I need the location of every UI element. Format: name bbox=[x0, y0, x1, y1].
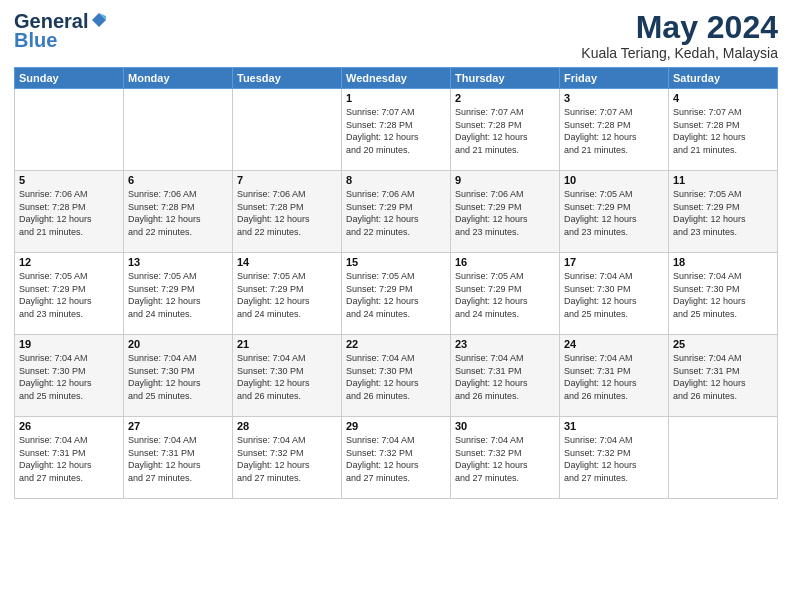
calendar-cell: 25Sunrise: 7:04 AM Sunset: 7:31 PM Dayli… bbox=[669, 335, 778, 417]
calendar-week-0: 1Sunrise: 7:07 AM Sunset: 7:28 PM Daylig… bbox=[15, 89, 778, 171]
day-number: 22 bbox=[346, 338, 446, 350]
day-number: 24 bbox=[564, 338, 664, 350]
day-number: 14 bbox=[237, 256, 337, 268]
day-number: 5 bbox=[19, 174, 119, 186]
day-info: Sunrise: 7:04 AM Sunset: 7:32 PM Dayligh… bbox=[564, 434, 664, 484]
calendar-table: SundayMondayTuesdayWednesdayThursdayFrid… bbox=[14, 67, 778, 499]
weekday-header-thursday: Thursday bbox=[451, 68, 560, 89]
day-info: Sunrise: 7:04 AM Sunset: 7:30 PM Dayligh… bbox=[673, 270, 773, 320]
day-info: Sunrise: 7:04 AM Sunset: 7:31 PM Dayligh… bbox=[564, 352, 664, 402]
header: General Blue May 2024 Kuala Teriang, Ked… bbox=[14, 10, 778, 61]
day-info: Sunrise: 7:04 AM Sunset: 7:31 PM Dayligh… bbox=[673, 352, 773, 402]
calendar-week-2: 12Sunrise: 7:05 AM Sunset: 7:29 PM Dayli… bbox=[15, 253, 778, 335]
day-number: 11 bbox=[673, 174, 773, 186]
day-number: 10 bbox=[564, 174, 664, 186]
day-info: Sunrise: 7:04 AM Sunset: 7:30 PM Dayligh… bbox=[128, 352, 228, 402]
calendar-cell: 13Sunrise: 7:05 AM Sunset: 7:29 PM Dayli… bbox=[124, 253, 233, 335]
day-number: 23 bbox=[455, 338, 555, 350]
weekday-header-friday: Friday bbox=[560, 68, 669, 89]
day-number: 25 bbox=[673, 338, 773, 350]
day-info: Sunrise: 7:04 AM Sunset: 7:32 PM Dayligh… bbox=[346, 434, 446, 484]
day-number: 12 bbox=[19, 256, 119, 268]
calendar-cell: 22Sunrise: 7:04 AM Sunset: 7:30 PM Dayli… bbox=[342, 335, 451, 417]
day-info: Sunrise: 7:04 AM Sunset: 7:32 PM Dayligh… bbox=[455, 434, 555, 484]
day-number: 3 bbox=[564, 92, 664, 104]
day-number: 21 bbox=[237, 338, 337, 350]
day-number: 27 bbox=[128, 420, 228, 432]
day-number: 17 bbox=[564, 256, 664, 268]
calendar-cell: 12Sunrise: 7:05 AM Sunset: 7:29 PM Dayli… bbox=[15, 253, 124, 335]
calendar-cell: 21Sunrise: 7:04 AM Sunset: 7:30 PM Dayli… bbox=[233, 335, 342, 417]
day-info: Sunrise: 7:04 AM Sunset: 7:30 PM Dayligh… bbox=[237, 352, 337, 402]
calendar-cell: 5Sunrise: 7:06 AM Sunset: 7:28 PM Daylig… bbox=[15, 171, 124, 253]
calendar-week-4: 26Sunrise: 7:04 AM Sunset: 7:31 PM Dayli… bbox=[15, 417, 778, 499]
calendar-cell bbox=[124, 89, 233, 171]
day-info: Sunrise: 7:04 AM Sunset: 7:31 PM Dayligh… bbox=[19, 434, 119, 484]
calendar-cell: 1Sunrise: 7:07 AM Sunset: 7:28 PM Daylig… bbox=[342, 89, 451, 171]
day-number: 6 bbox=[128, 174, 228, 186]
calendar-cell: 29Sunrise: 7:04 AM Sunset: 7:32 PM Dayli… bbox=[342, 417, 451, 499]
weekday-header-sunday: Sunday bbox=[15, 68, 124, 89]
day-info: Sunrise: 7:06 AM Sunset: 7:28 PM Dayligh… bbox=[19, 188, 119, 238]
calendar-cell: 31Sunrise: 7:04 AM Sunset: 7:32 PM Dayli… bbox=[560, 417, 669, 499]
day-number: 7 bbox=[237, 174, 337, 186]
weekday-header-saturday: Saturday bbox=[669, 68, 778, 89]
day-info: Sunrise: 7:04 AM Sunset: 7:30 PM Dayligh… bbox=[564, 270, 664, 320]
day-info: Sunrise: 7:04 AM Sunset: 7:31 PM Dayligh… bbox=[455, 352, 555, 402]
logo-icon bbox=[90, 11, 108, 29]
main-title: May 2024 bbox=[581, 10, 778, 45]
calendar-cell: 16Sunrise: 7:05 AM Sunset: 7:29 PM Dayli… bbox=[451, 253, 560, 335]
day-info: Sunrise: 7:05 AM Sunset: 7:29 PM Dayligh… bbox=[455, 270, 555, 320]
day-info: Sunrise: 7:07 AM Sunset: 7:28 PM Dayligh… bbox=[455, 106, 555, 156]
calendar-cell: 14Sunrise: 7:05 AM Sunset: 7:29 PM Dayli… bbox=[233, 253, 342, 335]
day-number: 26 bbox=[19, 420, 119, 432]
day-number: 18 bbox=[673, 256, 773, 268]
calendar-cell: 23Sunrise: 7:04 AM Sunset: 7:31 PM Dayli… bbox=[451, 335, 560, 417]
day-info: Sunrise: 7:04 AM Sunset: 7:32 PM Dayligh… bbox=[237, 434, 337, 484]
day-number: 28 bbox=[237, 420, 337, 432]
day-number: 29 bbox=[346, 420, 446, 432]
subtitle: Kuala Teriang, Kedah, Malaysia bbox=[581, 45, 778, 61]
day-info: Sunrise: 7:04 AM Sunset: 7:30 PM Dayligh… bbox=[19, 352, 119, 402]
calendar-cell: 3Sunrise: 7:07 AM Sunset: 7:28 PM Daylig… bbox=[560, 89, 669, 171]
day-info: Sunrise: 7:06 AM Sunset: 7:29 PM Dayligh… bbox=[346, 188, 446, 238]
logo-blue: Blue bbox=[14, 29, 57, 52]
day-number: 8 bbox=[346, 174, 446, 186]
day-number: 20 bbox=[128, 338, 228, 350]
weekday-header-wednesday: Wednesday bbox=[342, 68, 451, 89]
day-number: 4 bbox=[673, 92, 773, 104]
day-number: 1 bbox=[346, 92, 446, 104]
logo: General Blue bbox=[14, 10, 108, 52]
day-info: Sunrise: 7:05 AM Sunset: 7:29 PM Dayligh… bbox=[19, 270, 119, 320]
calendar-cell: 26Sunrise: 7:04 AM Sunset: 7:31 PM Dayli… bbox=[15, 417, 124, 499]
calendar-cell: 6Sunrise: 7:06 AM Sunset: 7:28 PM Daylig… bbox=[124, 171, 233, 253]
day-info: Sunrise: 7:07 AM Sunset: 7:28 PM Dayligh… bbox=[564, 106, 664, 156]
day-number: 16 bbox=[455, 256, 555, 268]
calendar-cell: 8Sunrise: 7:06 AM Sunset: 7:29 PM Daylig… bbox=[342, 171, 451, 253]
day-info: Sunrise: 7:05 AM Sunset: 7:29 PM Dayligh… bbox=[128, 270, 228, 320]
calendar-cell: 24Sunrise: 7:04 AM Sunset: 7:31 PM Dayli… bbox=[560, 335, 669, 417]
calendar-cell: 4Sunrise: 7:07 AM Sunset: 7:28 PM Daylig… bbox=[669, 89, 778, 171]
day-number: 31 bbox=[564, 420, 664, 432]
calendar-header: SundayMondayTuesdayWednesdayThursdayFrid… bbox=[15, 68, 778, 89]
weekday-row: SundayMondayTuesdayWednesdayThursdayFrid… bbox=[15, 68, 778, 89]
page: General Blue May 2024 Kuala Teriang, Ked… bbox=[0, 0, 792, 612]
calendar-cell: 17Sunrise: 7:04 AM Sunset: 7:30 PM Dayli… bbox=[560, 253, 669, 335]
calendar-cell: 18Sunrise: 7:04 AM Sunset: 7:30 PM Dayli… bbox=[669, 253, 778, 335]
calendar-cell: 2Sunrise: 7:07 AM Sunset: 7:28 PM Daylig… bbox=[451, 89, 560, 171]
calendar-cell bbox=[669, 417, 778, 499]
calendar-body: 1Sunrise: 7:07 AM Sunset: 7:28 PM Daylig… bbox=[15, 89, 778, 499]
day-info: Sunrise: 7:05 AM Sunset: 7:29 PM Dayligh… bbox=[564, 188, 664, 238]
day-info: Sunrise: 7:05 AM Sunset: 7:29 PM Dayligh… bbox=[346, 270, 446, 320]
day-info: Sunrise: 7:05 AM Sunset: 7:29 PM Dayligh… bbox=[237, 270, 337, 320]
day-info: Sunrise: 7:04 AM Sunset: 7:30 PM Dayligh… bbox=[346, 352, 446, 402]
calendar-week-1: 5Sunrise: 7:06 AM Sunset: 7:28 PM Daylig… bbox=[15, 171, 778, 253]
day-number: 30 bbox=[455, 420, 555, 432]
calendar-cell bbox=[15, 89, 124, 171]
day-number: 19 bbox=[19, 338, 119, 350]
calendar-cell: 28Sunrise: 7:04 AM Sunset: 7:32 PM Dayli… bbox=[233, 417, 342, 499]
day-info: Sunrise: 7:05 AM Sunset: 7:29 PM Dayligh… bbox=[673, 188, 773, 238]
calendar-cell: 30Sunrise: 7:04 AM Sunset: 7:32 PM Dayli… bbox=[451, 417, 560, 499]
calendar-cell: 11Sunrise: 7:05 AM Sunset: 7:29 PM Dayli… bbox=[669, 171, 778, 253]
calendar-cell: 19Sunrise: 7:04 AM Sunset: 7:30 PM Dayli… bbox=[15, 335, 124, 417]
